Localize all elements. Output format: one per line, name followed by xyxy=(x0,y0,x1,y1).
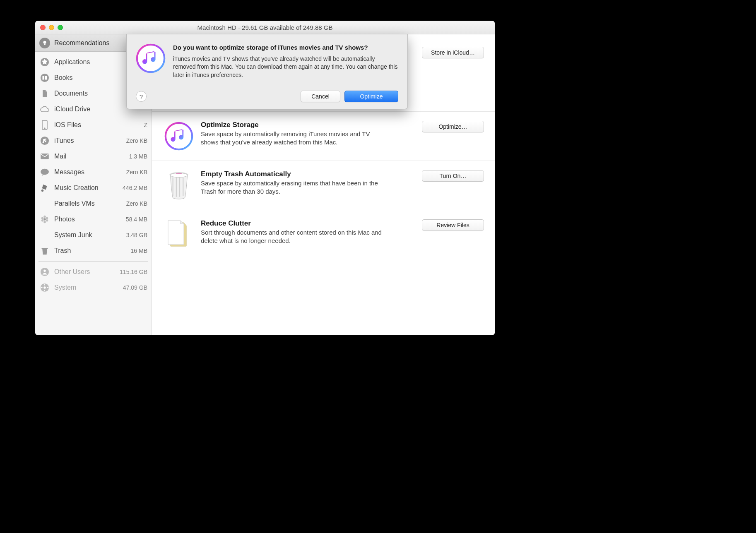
sidebar-item-size: Zero KB xyxy=(126,169,147,175)
sidebar-item-trash[interactable]: Trash 16 MB xyxy=(35,243,152,259)
recommendation-title: Reduce Clutter xyxy=(201,219,400,228)
svg-point-16 xyxy=(41,217,44,220)
lightbulb-icon xyxy=(39,38,50,48)
recommendation-desc: Save space by automatically erasing item… xyxy=(201,179,383,196)
cancel-button[interactable]: Cancel xyxy=(301,91,340,102)
svg-rect-7 xyxy=(41,154,49,159)
mail-icon xyxy=(39,151,50,162)
svg-point-25 xyxy=(166,123,192,149)
document-icon xyxy=(39,88,50,99)
recommendation-body: Reduce Clutter Sort through documents an… xyxy=(201,218,400,245)
svg-point-14 xyxy=(43,221,46,223)
messages-icon xyxy=(39,167,50,178)
trash-icon xyxy=(39,245,50,256)
trash-large-icon xyxy=(163,169,195,202)
sidebar-item-size: 16 MB xyxy=(131,247,147,254)
sidebar-item-size: Z xyxy=(144,122,147,128)
cloud-icon xyxy=(39,104,50,115)
optimize-button[interactable]: Optimize… xyxy=(422,121,484,132)
recommendation-optimize-storage: Optimize Storage Save space by automatic… xyxy=(152,112,495,161)
sidebar-item-itunes[interactable]: iTunes Zero KB xyxy=(35,133,152,149)
dialog-text: Do you want to optimize storage of iTune… xyxy=(173,43,398,79)
itunes-icon xyxy=(136,43,166,73)
sidebar-item-ios-files[interactable]: iOS Files Z xyxy=(35,117,152,133)
sidebar-item-label: Photos xyxy=(54,216,122,223)
sidebar-header-label: Recommendations xyxy=(54,39,109,47)
sidebar-item-label: Parallels VMs xyxy=(54,200,122,207)
sidebar-item-label: Music Creation xyxy=(54,184,118,192)
optimize-confirm-button[interactable]: Optimize xyxy=(344,91,398,102)
recommendation-title: Optimize Storage xyxy=(201,121,400,129)
sidebar-item-label: Trash xyxy=(54,247,127,254)
sidebar-item-photos[interactable]: Photos 58.4 MB xyxy=(35,211,152,227)
svg-point-18 xyxy=(43,270,46,272)
sidebar-item-size: 47.09 GB xyxy=(123,284,147,291)
svg-rect-24 xyxy=(47,287,49,288)
svg-point-10 xyxy=(43,218,46,221)
svg-point-12 xyxy=(46,217,48,220)
sidebar-item-music-creation[interactable]: Music Creation 446.2 MB xyxy=(35,180,152,196)
sidebar-item-label: iOS Files xyxy=(54,121,140,129)
itunes-large-icon xyxy=(163,120,195,152)
recommendation-body: Optimize Storage Save space by automatic… xyxy=(201,120,400,147)
recommendation-title: Empty Trash Automatically xyxy=(201,170,400,178)
documents-large-icon xyxy=(163,218,195,251)
sidebar-item-label: Mail xyxy=(54,153,125,160)
dialog-description: iTunes movies and TV shows that you've a… xyxy=(173,55,398,79)
blank-icon xyxy=(39,198,50,209)
svg-point-20 xyxy=(43,286,46,289)
svg-point-13 xyxy=(46,219,48,222)
svg-point-3 xyxy=(41,74,49,82)
turn-on-button[interactable]: Turn On… xyxy=(422,170,484,182)
svg-point-8 xyxy=(41,169,49,175)
sidebar-item-system-junk[interactable]: System Junk 3.48 GB xyxy=(35,227,152,243)
sidebar-item-size: 446.2 MB xyxy=(123,185,147,191)
recommendation-empty-trash: Empty Trash Automatically Save space by … xyxy=(152,161,495,210)
app-icon xyxy=(39,57,50,67)
sidebar-item-size: 1.3 MB xyxy=(129,153,147,160)
recommendation-desc: Sort through documents and other content… xyxy=(201,228,383,245)
review-files-button[interactable]: Review Files xyxy=(422,219,484,231)
recommendation-desc: Save space by automatically removing iTu… xyxy=(201,130,383,147)
phone-icon xyxy=(39,120,50,130)
music-note-icon xyxy=(39,135,50,146)
recommendation-reduce-clutter: Reduce Clutter Sort through documents an… xyxy=(152,210,495,259)
store-in-icloud-button[interactable]: Store in iCloud… xyxy=(422,47,484,58)
sidebar-item-size: Zero KB xyxy=(126,137,147,144)
svg-rect-23 xyxy=(41,287,43,288)
sidebar-item-size: 3.48 GB xyxy=(126,232,147,238)
sidebar-item-system[interactable]: System 47.09 GB xyxy=(35,280,152,295)
photos-icon xyxy=(39,214,50,225)
sidebar-item-mail[interactable]: Mail 1.3 MB xyxy=(35,149,152,164)
sidebar-item-label: Applications xyxy=(54,58,137,66)
sidebar-item-messages[interactable]: Messages Zero KB xyxy=(35,164,152,180)
users-icon xyxy=(39,266,50,277)
sidebar-item-size: Zero KB xyxy=(126,200,147,207)
svg-rect-21 xyxy=(44,284,45,286)
sidebar-item-label: Messages xyxy=(54,168,122,176)
blank-icon xyxy=(39,230,50,240)
sidebar-item-label: Documents xyxy=(54,90,137,97)
optimize-storage-dialog: Do you want to optimize storage of iTune… xyxy=(126,34,408,109)
svg-point-15 xyxy=(41,219,44,222)
window-title: Macintosh HD - 29.61 GB available of 249… xyxy=(35,24,495,31)
book-icon xyxy=(39,72,50,83)
svg-point-5 xyxy=(44,128,45,129)
svg-point-11 xyxy=(43,216,46,218)
help-button[interactable]: ? xyxy=(136,91,147,102)
svg-rect-22 xyxy=(44,290,45,292)
svg-point-28 xyxy=(137,45,164,72)
sidebar-item-label: System xyxy=(54,284,119,291)
svg-point-0 xyxy=(43,41,46,43)
sidebar-item-parallels-vms[interactable]: Parallels VMs Zero KB xyxy=(35,196,152,211)
svg-point-9 xyxy=(41,190,44,192)
recommendation-body: Empty Trash Automatically Save space by … xyxy=(201,169,400,196)
titlebar[interactable]: Macintosh HD - 29.61 GB available of 249… xyxy=(35,21,495,34)
dialog-title: Do you want to optimize storage of iTune… xyxy=(173,43,398,52)
sidebar-item-other-users[interactable]: Other Users 115.16 GB xyxy=(35,264,152,280)
sidebar-item-label: Other Users xyxy=(54,268,116,276)
music-creation-icon xyxy=(39,182,50,193)
sidebar-item-size: 115.16 GB xyxy=(120,269,147,275)
sidebar-item-label: iTunes xyxy=(54,137,122,144)
sidebar-item-size: 58.4 MB xyxy=(126,216,147,223)
